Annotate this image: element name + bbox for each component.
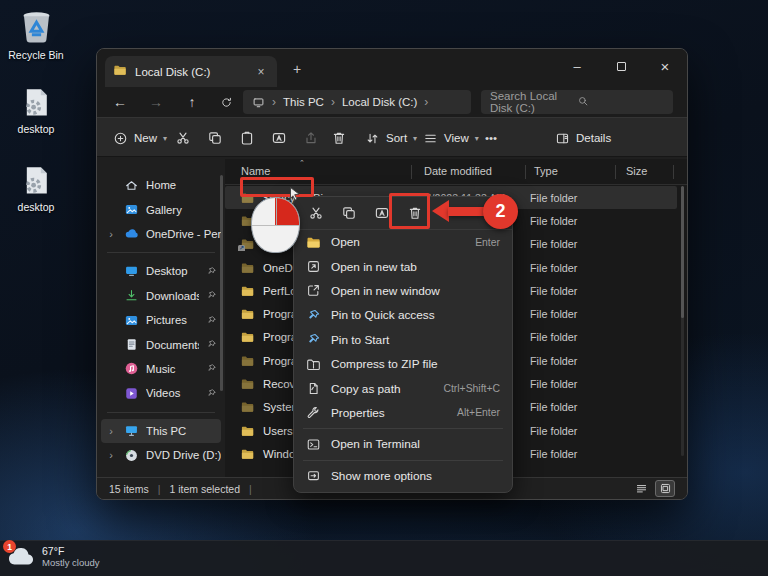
share-button[interactable] bbox=[297, 125, 325, 151]
column-name[interactable]: Name bbox=[241, 165, 270, 177]
file-type: File folder bbox=[521, 448, 631, 460]
annotation-step-badge: 2 bbox=[483, 194, 518, 229]
new-tab-button[interactable]: + bbox=[287, 61, 307, 77]
menu-item-open-in-new-tab[interactable]: Open in new tab bbox=[294, 254, 512, 278]
maximize-button[interactable] bbox=[599, 49, 643, 83]
minimize-button[interactable]: – bbox=[555, 49, 599, 83]
menu-item-show-more-options[interactable]: Show more options bbox=[294, 464, 512, 488]
large-icons-view-toggle[interactable] bbox=[655, 480, 675, 497]
close-button[interactable]: × bbox=[643, 49, 687, 83]
copy-button[interactable] bbox=[201, 125, 229, 151]
menu-rename-button[interactable] bbox=[374, 205, 390, 221]
menu-item-copy-as-path[interactable]: Copy as pathCtrl+Shift+C bbox=[294, 376, 512, 400]
sidebar-item-label: Videos bbox=[146, 387, 199, 399]
breadcrumb[interactable]: ›This PC›Local Disk (C:)› bbox=[243, 90, 471, 114]
menu-item-open-in-new-window[interactable]: Open in new window bbox=[294, 279, 512, 303]
menu-cut-button[interactable] bbox=[308, 205, 324, 221]
desktop-screen: Recycle Bin desktop desktop Local Disk (… bbox=[0, 0, 768, 576]
breadcrumb-segment[interactable]: Local Disk (C:) bbox=[342, 96, 417, 108]
column-type[interactable]: Type bbox=[534, 165, 558, 177]
column-date-modified[interactable]: Date modified bbox=[424, 165, 492, 177]
menu-item-label: Compress to ZIP file bbox=[331, 357, 438, 371]
menu-item-pin-to-start[interactable]: Pin to Start bbox=[294, 328, 512, 352]
sidebar-item-videos[interactable]: Videos bbox=[101, 381, 221, 405]
sidebar-item-pictures[interactable]: Pictures bbox=[101, 308, 221, 332]
rename-button[interactable] bbox=[265, 125, 293, 151]
sidebar-item-label: DVD Drive (D:) C bbox=[146, 449, 221, 461]
file-list-scrollbar[interactable] bbox=[681, 186, 684, 456]
menu-item-label: Properties bbox=[331, 406, 385, 420]
sidebar-item-label: Pictures bbox=[146, 314, 199, 326]
folder-icon bbox=[239, 447, 256, 461]
sidebar-item-label: Home bbox=[146, 179, 221, 191]
pin-icon bbox=[206, 363, 217, 374]
expand-chevron[interactable]: › bbox=[105, 425, 117, 437]
sidebar-item-downloads[interactable]: Downloads bbox=[101, 284, 221, 308]
sidebar-item-music[interactable]: Music bbox=[101, 357, 221, 381]
menu-item-pin-to-quick-access[interactable]: Pin to Quick access bbox=[294, 303, 512, 327]
see-more-button[interactable]: ••• bbox=[479, 125, 503, 151]
back-button[interactable]: ← bbox=[107, 90, 133, 114]
details-pane-button[interactable]: Details bbox=[549, 125, 617, 151]
file-type: File folder bbox=[521, 285, 631, 297]
menu-item-label: Open in Terminal bbox=[331, 437, 420, 451]
desktop-icon-desktop[interactable]: desktop bbox=[1, 162, 71, 213]
sidebar-divider bbox=[107, 252, 215, 253]
desktop-icon-desktop[interactable]: desktop bbox=[1, 84, 71, 135]
taskbar: 1 67°F Mostly cloudy Search bbox=[0, 540, 768, 576]
forward-button[interactable]: → bbox=[143, 90, 169, 114]
folder-icon bbox=[239, 307, 256, 321]
tab-close-icon[interactable]: × bbox=[253, 65, 269, 79]
folder-icon bbox=[239, 377, 256, 391]
expand-chevron[interactable]: › bbox=[105, 449, 117, 461]
context-menu: OpenEnterOpen in new tabOpen in new wind… bbox=[293, 196, 513, 493]
sidebar-item-documents[interactable]: Documents bbox=[101, 332, 221, 356]
delete-button[interactable] bbox=[325, 125, 353, 151]
view-button[interactable]: View▾ bbox=[417, 125, 485, 151]
paste-button[interactable] bbox=[233, 125, 261, 151]
file-type: File folder bbox=[521, 331, 631, 343]
breadcrumb-segment[interactable]: This PC bbox=[283, 96, 324, 108]
search-box[interactable]: Search Local Disk (C:) bbox=[481, 90, 673, 114]
weather-widget[interactable]: 1 67°F Mostly cloudy bbox=[6, 544, 100, 568]
menu-item-label: Show more options bbox=[331, 469, 432, 483]
sidebar-item-label: Gallery bbox=[146, 204, 221, 216]
new-button[interactable]: New▾ bbox=[107, 125, 173, 151]
sidebar-item-home[interactable]: Home bbox=[101, 173, 221, 197]
sidebar-item-dvd-drive-d-c[interactable]: ›DVD Drive (D:) C bbox=[101, 443, 221, 467]
details-view-toggle[interactable] bbox=[631, 480, 651, 497]
mouse-right-click-graphic bbox=[251, 197, 300, 253]
menu-item-compress-to-zip-file[interactable]: Compress to ZIP file bbox=[294, 352, 512, 376]
weather-condition: Mostly cloudy bbox=[42, 557, 100, 568]
sort-button[interactable]: Sort▾ bbox=[359, 125, 423, 151]
file-type: File folder bbox=[521, 308, 631, 320]
folder-icon bbox=[239, 400, 256, 414]
sidebar-item-desktop[interactable]: Desktop bbox=[101, 259, 221, 283]
menu-item-open[interactable]: OpenEnter bbox=[294, 230, 512, 254]
annotation-arrow-head bbox=[432, 200, 449, 222]
menu-item-properties[interactable]: PropertiesAlt+Enter bbox=[294, 401, 512, 425]
desktop-icon-recycle-bin[interactable]: Recycle Bin bbox=[1, 6, 71, 61]
refresh-button[interactable] bbox=[213, 90, 239, 114]
chevron-right-icon: › bbox=[424, 95, 428, 109]
menu-item-open-in-terminal[interactable]: Open in Terminal bbox=[294, 432, 512, 456]
expand-chevron[interactable]: › bbox=[105, 228, 117, 240]
menu-copy-button[interactable] bbox=[341, 205, 357, 221]
file-type: File folder bbox=[521, 262, 631, 274]
sidebar-item-this-pc[interactable]: ›This PC bbox=[101, 419, 221, 443]
system-file-icon bbox=[20, 84, 52, 120]
sidebar-item-gallery[interactable]: Gallery bbox=[101, 197, 221, 221]
cut-button[interactable] bbox=[169, 125, 197, 151]
sidebar-item-onedrive-pers[interactable]: ›OneDrive - Pers bbox=[101, 222, 221, 246]
item-count: 15 items bbox=[109, 483, 149, 495]
menu-item-shortcut: Ctrl+Shift+C bbox=[443, 383, 500, 394]
command-bar: New▾Sort▾View▾•••Details bbox=[97, 117, 687, 157]
up-button[interactable]: ↑ bbox=[179, 90, 205, 114]
column-size[interactable]: Size bbox=[626, 165, 647, 177]
shortcut-overlay-icon: ↗ bbox=[238, 245, 245, 251]
explorer-tab[interactable]: Local Disk (C:) × bbox=[105, 56, 277, 87]
sidebar-item-label: Desktop bbox=[146, 265, 199, 277]
folder-icon bbox=[113, 63, 127, 81]
desktop-icon-label: desktop bbox=[18, 201, 55, 213]
folder-icon bbox=[239, 284, 256, 298]
